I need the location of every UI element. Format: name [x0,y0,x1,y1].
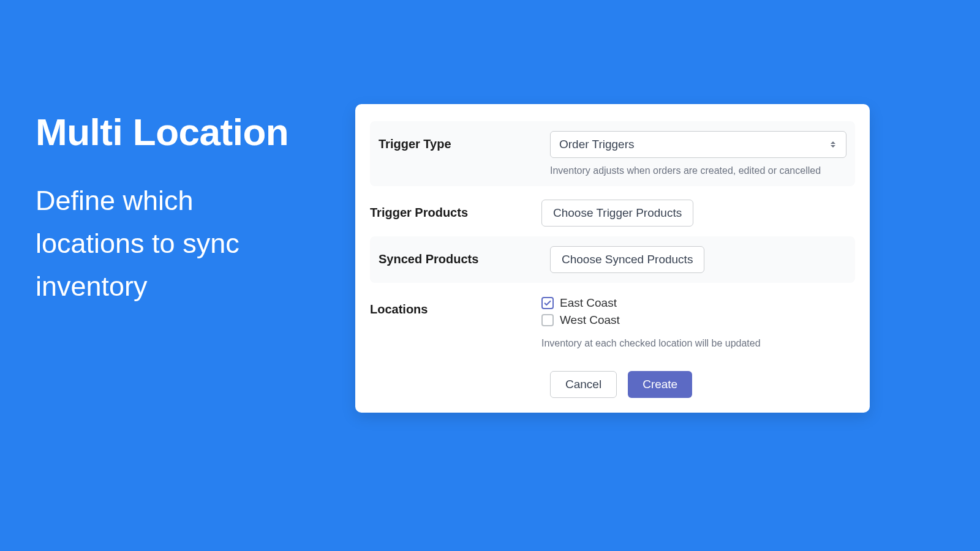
locations-label: Locations [370,296,541,317]
choose-synced-products-button[interactable]: Choose Synced Products [550,246,704,273]
trigger-type-control: Order Triggers Inventory adjusts when or… [550,131,846,176]
hero-panel: Multi Location Define which locations to… [36,110,305,307]
check-icon [543,299,552,307]
page-subtitle: Define which locations to sync inventory [36,179,305,307]
locations-row: Locations East Coast West Coast Inventor… [370,287,855,359]
trigger-type-row: Trigger Type Order Triggers Inventory ad… [370,121,855,186]
east-coast-label: East Coast [560,296,617,310]
synced-products-label: Synced Products [379,246,550,266]
create-button[interactable]: Create [628,371,692,398]
west-coast-checkbox[interactable] [541,314,554,326]
locations-helper: Inventory at each checked location will … [541,338,855,349]
synced-products-row: Synced Products Choose Synced Products [370,236,855,283]
location-option-west-coast: West Coast [541,313,855,327]
settings-card: Trigger Type Order Triggers Inventory ad… [355,104,870,413]
location-option-east-coast: East Coast [541,296,855,310]
trigger-type-label: Trigger Type [379,131,550,151]
action-buttons: Cancel Create [550,371,855,398]
page-title: Multi Location [36,110,305,154]
trigger-products-label: Trigger Products [370,200,541,220]
locations-control: East Coast West Coast Inventory at each … [541,296,855,349]
choose-trigger-products-button[interactable]: Choose Trigger Products [541,200,693,227]
trigger-type-helper: Inventory adjusts when orders are create… [550,165,846,176]
west-coast-label: West Coast [560,313,620,327]
trigger-type-select-wrap: Order Triggers [550,131,846,158]
select-caret-icon [831,138,839,151]
synced-products-control: Choose Synced Products [550,246,846,273]
trigger-products-row: Trigger Products Choose Trigger Products [370,190,855,236]
east-coast-checkbox[interactable] [541,297,554,309]
cancel-button[interactable]: Cancel [550,371,617,398]
trigger-type-select[interactable]: Order Triggers [550,131,846,158]
trigger-products-control: Choose Trigger Products [541,200,855,227]
